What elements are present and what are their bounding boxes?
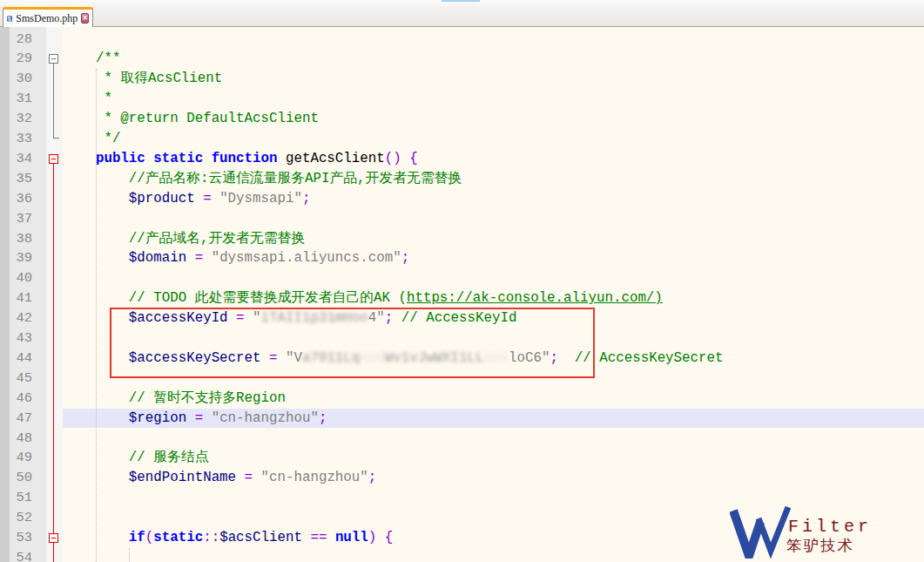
tab-title: SmsDemo.php — [16, 12, 78, 25]
line-number: 28 — [0, 30, 37, 50]
line-number: 33 — [0, 129, 37, 149]
line-number: 41 — [0, 288, 37, 308]
indent-guide-col8 — [129, 548, 130, 562]
code-line-49: // 服务结点 — [63, 448, 208, 468]
fold-margin — [46, 27, 63, 562]
watermark-tagline: 笨驴技术 — [786, 535, 854, 556]
line-number: 42 — [0, 308, 37, 328]
line-number: 50 — [0, 468, 37, 488]
close-icon[interactable]: ✕ — [81, 13, 89, 24]
line-number: 40 — [0, 268, 37, 288]
line-number: 32 — [0, 109, 37, 129]
code-line-38: //产品域名,开发者无需替换 — [63, 229, 305, 249]
wfilter-logo-icon — [730, 506, 791, 559]
line-number: 39 — [0, 248, 37, 268]
line-number: 49 — [0, 448, 37, 468]
line-number: 48 — [0, 429, 37, 449]
code-line-36: $product = "Dysmsapi"; — [63, 189, 310, 209]
line-number: 43 — [0, 328, 37, 349]
tab-smsdemo[interactable]: SmsDemo.php ✕ — [3, 7, 93, 27]
code-line-32: * @return DefaultAcsClient — [63, 109, 319, 129]
fold-end-tick — [53, 138, 59, 139]
line-number: 52 — [0, 508, 37, 528]
code-line-34: public static function getAcsClient() { — [63, 149, 418, 169]
fold-guide-line-active-block — [53, 164, 54, 562]
code-line-31: * — [63, 89, 112, 109]
line-number: 30 — [0, 69, 37, 89]
code-line-41: // TODO 此处需要替换成开发者自己的AK (https://ak-cons… — [63, 288, 663, 308]
code-line-50: $endPointName = "cn-hangzhou"; — [63, 468, 376, 488]
top-blue-fragment — [442, 0, 480, 2]
line-number: 53 — [0, 528, 37, 548]
code-line-44: $accessKeySecret = "Va7011LqxxxWv1vJwWXI… — [63, 349, 723, 369]
fold-collapse-icon[interactable] — [49, 154, 58, 164]
watermark: Filter 笨驴技术 — [730, 506, 917, 560]
code-line-29: /** — [63, 49, 120, 69]
code-line-30: * 取得AcsClient — [63, 69, 222, 89]
line-number: 29 — [0, 49, 37, 69]
line-number: 45 — [0, 369, 37, 389]
code-line-53: if(static::$acsClient == null) { — [63, 528, 393, 548]
code-line-47: $region = "cn-hangzhou"; — [63, 409, 327, 429]
line-number: 44 — [0, 349, 37, 369]
line-number: 34 — [0, 149, 37, 169]
fold-collapse-icon[interactable] — [49, 533, 58, 543]
fold-guide-line-comment-block — [53, 64, 54, 139]
line-number: 36 — [0, 189, 37, 209]
line-number: 38 — [0, 229, 37, 249]
line-number: 37 — [0, 209, 37, 229]
code-line-42: $accessKeyId = "1TAII1p31mHoo4"; // Acce… — [63, 308, 516, 328]
line-number: 51 — [0, 488, 37, 508]
code-line-33: */ — [63, 129, 120, 149]
line-number: 46 — [0, 389, 37, 409]
line-number: 47 — [0, 409, 37, 429]
ak-console-link[interactable]: https://ak-console.aliyun.com/) — [407, 290, 663, 306]
code-line-35: //产品名称:云通信流量服务API产品,开发者无需替换 — [63, 169, 462, 189]
tab-bar: SmsDemo.php ✕ — [0, 0, 924, 27]
watermark-brand: Filter — [788, 517, 872, 537]
save-floppy-icon — [7, 13, 12, 24]
code-line-39: $domain = "dysmsapi.aliyuncs.com"; — [63, 248, 409, 268]
code-line-46: // 暂时不支持多Region — [63, 389, 286, 409]
line-number: 54 — [0, 548, 37, 562]
line-number: 31 — [0, 89, 37, 109]
editor-surface[interactable]: 2829303132333435363738394041424344454647… — [0, 27, 924, 562]
fold-collapse-icon[interactable] — [49, 54, 58, 64]
line-number: 35 — [0, 169, 37, 189]
